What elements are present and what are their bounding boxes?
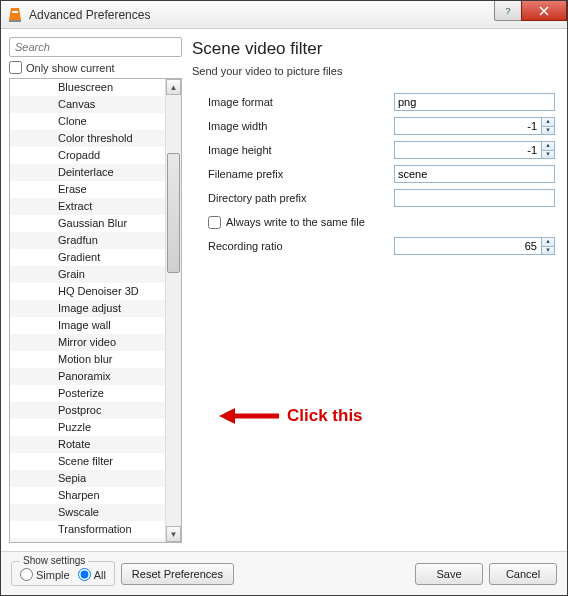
radio-simple[interactable] [20, 568, 33, 581]
tree-item[interactable]: Clone [10, 113, 165, 130]
panel-description: Send your video to picture files [192, 65, 559, 77]
label-image-height: Image height [194, 144, 394, 156]
scrollbar[interactable]: ▲ ▼ [165, 79, 181, 542]
label-directory-prefix: Directory path prefix [194, 192, 394, 204]
disclosure-icon: ▷ [42, 539, 52, 542]
svg-rect-0 [9, 20, 21, 22]
close-button[interactable] [521, 1, 567, 21]
scroll-thumb[interactable] [167, 153, 180, 273]
tree-item[interactable]: Panoramix [10, 368, 165, 385]
scroll-track[interactable] [166, 95, 181, 526]
checkbox-always-write[interactable] [208, 216, 221, 229]
tree-item[interactable]: Postproc [10, 402, 165, 419]
tree[interactable]: BluescreenCanvasCloneColor thresholdCrop… [10, 79, 165, 542]
tree-item[interactable]: Color threshold [10, 130, 165, 147]
input-image-height[interactable] [394, 141, 541, 159]
tree-item[interactable]: Image wall [10, 317, 165, 334]
show-settings-title: Show settings [20, 555, 88, 566]
only-show-current-row[interactable]: Only show current [9, 61, 182, 74]
app-icon [7, 7, 23, 23]
only-show-current-checkbox[interactable] [9, 61, 22, 74]
settings-panel: Scene video filter Send your video to pi… [190, 37, 559, 543]
tree-item-collapsible[interactable]: ▷Output modules [10, 538, 165, 542]
search-input[interactable] [9, 37, 182, 57]
help-button[interactable]: ? [494, 1, 522, 21]
reset-button[interactable]: Reset Preferences [121, 563, 234, 585]
tree-item[interactable]: Image adjust [10, 300, 165, 317]
radio-all-label[interactable]: All [78, 568, 106, 581]
tree-item[interactable]: Grain [10, 266, 165, 283]
tree-item[interactable]: Rotate [10, 436, 165, 453]
tree-item[interactable]: Cropadd [10, 147, 165, 164]
label-filename-prefix: Filename prefix [194, 168, 394, 180]
spinner-image-height[interactable]: ▲▼ [541, 141, 555, 159]
spinner-image-width[interactable]: ▲▼ [541, 117, 555, 135]
tree-item[interactable]: Swscale [10, 504, 165, 521]
label-image-width: Image width [194, 120, 394, 132]
titlebar[interactable]: Advanced Preferences ? [1, 1, 567, 29]
row-image-width: Image width ▲▼ [194, 115, 555, 137]
row-filename-prefix: Filename prefix [194, 163, 555, 185]
radio-simple-label[interactable]: Simple [20, 568, 70, 581]
tree-item[interactable]: Mirror video [10, 334, 165, 351]
tree-item[interactable]: HQ Denoiser 3D [10, 283, 165, 300]
tree-item[interactable]: Extract [10, 198, 165, 215]
row-recording-ratio: Recording ratio ▲▼ [194, 235, 555, 257]
tree-item[interactable]: Gaussian Blur [10, 215, 165, 232]
tree-item[interactable]: Bluescreen [10, 79, 165, 96]
row-directory-prefix: Directory path prefix [194, 187, 555, 209]
tree-item[interactable]: Gradfun [10, 232, 165, 249]
scroll-up-button[interactable]: ▲ [166, 79, 181, 95]
scroll-down-button[interactable]: ▼ [166, 526, 181, 542]
tree-item[interactable]: Gradient [10, 249, 165, 266]
window-title: Advanced Preferences [29, 8, 495, 22]
tree-container: BluescreenCanvasCloneColor thresholdCrop… [9, 78, 182, 543]
window-buttons: ? [495, 1, 567, 28]
save-button[interactable]: Save [415, 563, 483, 585]
form: Image format Image width ▲▼ Image height… [190, 91, 559, 259]
footer: Show settings Simple All Reset Preferenc… [1, 551, 567, 595]
tree-item[interactable]: Erase [10, 181, 165, 198]
row-image-format: Image format [194, 91, 555, 113]
tree-item[interactable]: Puzzle [10, 419, 165, 436]
svg-rect-1 [12, 11, 18, 13]
label-recording-ratio: Recording ratio [194, 240, 394, 252]
spinner-recording-ratio[interactable]: ▲▼ [541, 237, 555, 255]
svg-text:?: ? [505, 6, 510, 16]
tree-item[interactable]: Scene filter [10, 453, 165, 470]
tree-item[interactable]: Canvas [10, 96, 165, 113]
row-always-write: Always write to the same file [194, 211, 555, 233]
sidebar: Only show current BluescreenCanvasCloneC… [9, 37, 182, 543]
tree-item[interactable]: Posterize [10, 385, 165, 402]
label-always-write[interactable]: Always write to the same file [194, 216, 365, 229]
panel-title: Scene video filter [192, 39, 559, 59]
show-settings-group: Show settings Simple All [11, 561, 115, 586]
input-filename-prefix[interactable] [394, 165, 555, 183]
tree-item[interactable]: Deinterlace [10, 164, 165, 181]
row-image-height: Image height ▲▼ [194, 139, 555, 161]
radio-all[interactable] [78, 568, 91, 581]
cancel-button[interactable]: Cancel [489, 563, 557, 585]
label-image-format: Image format [194, 96, 394, 108]
only-show-current-label: Only show current [26, 62, 115, 74]
tree-item[interactable]: Transformation [10, 521, 165, 538]
tree-item[interactable]: Motion blur [10, 351, 165, 368]
preferences-window: Advanced Preferences ? Only show current… [0, 0, 568, 596]
input-recording-ratio[interactable] [394, 237, 541, 255]
input-image-width[interactable] [394, 117, 541, 135]
input-image-format[interactable] [394, 93, 555, 111]
tree-item[interactable]: Sepia [10, 470, 165, 487]
input-directory-prefix[interactable] [394, 189, 555, 207]
tree-item[interactable]: Sharpen [10, 487, 165, 504]
